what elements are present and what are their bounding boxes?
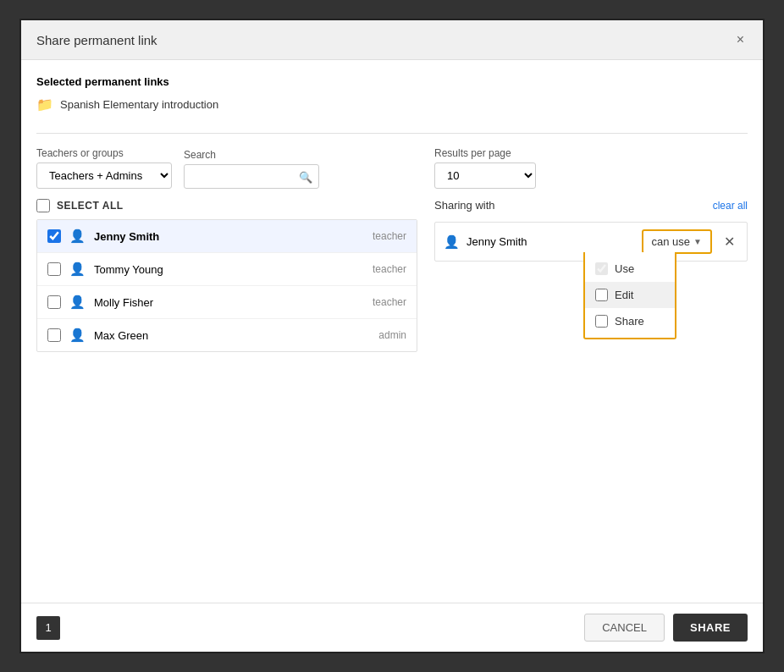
- can-use-label: can use: [652, 235, 691, 248]
- content-area: Teachers or groups Teachers + Admins Tea…: [36, 147, 748, 587]
- user-icon: 👤: [69, 295, 86, 310]
- share-button[interactable]: SHARE: [673, 614, 748, 642]
- sharing-row: 👤 Jenny Smith can use ▼ Use: [434, 222, 748, 262]
- list-item[interactable]: Edit: [585, 282, 675, 308]
- modal-dialog: Share permanent link × Selected permanen…: [19, 19, 765, 653]
- user-role: admin: [378, 329, 406, 341]
- sharing-with-label: Sharing with: [434, 199, 495, 212]
- user-name: Molly Fisher: [94, 296, 364, 309]
- list-item[interactable]: Share: [585, 308, 675, 334]
- table-row: 👤 Jenny Smith teacher: [37, 220, 417, 253]
- footer-buttons: CANCEL SHARE: [584, 614, 748, 642]
- share-checkbox[interactable]: [595, 315, 608, 328]
- user-checkbox-molly[interactable]: [47, 295, 61, 309]
- search-wrapper: 🔍: [184, 164, 319, 189]
- user-role: teacher: [373, 230, 406, 242]
- teachers-select[interactable]: Teachers + Admins Teachers Admins Groups: [36, 162, 172, 189]
- select-all-row: SELECT ALL: [36, 199, 417, 212]
- right-panel: Results per page 10 25 50 100 Sharing wi…: [434, 147, 748, 587]
- filters-row: Teachers or groups Teachers + Admins Tea…: [36, 147, 417, 189]
- permissions-dropdown-menu: Use Edit Share: [583, 252, 676, 339]
- user-list: 👤 Jenny Smith teacher 👤 Tommy Young teac…: [36, 219, 417, 352]
- table-row: 👤 Molly Fisher teacher: [37, 286, 417, 319]
- sharing-header: Sharing with clear all: [434, 199, 748, 212]
- selected-link-item: 📁 Spanish Elementary introduction: [36, 96, 748, 113]
- list-item[interactable]: Use: [585, 256, 675, 282]
- right-top-row: Results per page 10 25 50 100: [434, 147, 748, 189]
- user-checkbox-max[interactable]: [47, 328, 61, 342]
- teachers-label: Teachers or groups: [36, 147, 172, 159]
- sharing-user-name: Jenny Smith: [467, 235, 642, 248]
- divider: [36, 133, 748, 134]
- user-checkbox-tommy[interactable]: [47, 262, 61, 276]
- select-all-label: SELECT ALL: [57, 200, 124, 212]
- results-select[interactable]: 10 25 50 100: [434, 162, 536, 189]
- edit-checkbox[interactable]: [595, 289, 608, 301]
- app-background: Share permanent link × Selected permanen…: [0, 0, 784, 672]
- modal-title: Share permanent link: [36, 33, 157, 47]
- use-label: Use: [615, 262, 634, 275]
- teachers-filter-group: Teachers or groups Teachers + Admins Tea…: [36, 147, 172, 189]
- selected-link-name: Spanish Elementary introduction: [60, 98, 218, 111]
- share-label: Share: [615, 315, 644, 328]
- left-panel: Teachers or groups Teachers + Admins Tea…: [36, 147, 417, 587]
- results-filter-group: Results per page 10 25 50 100: [434, 147, 748, 189]
- page-indicator: 1: [36, 616, 60, 640]
- user-icon: 👤: [69, 328, 86, 343]
- clear-all-link[interactable]: clear all: [713, 200, 748, 212]
- user-icon: 👤: [69, 262, 86, 277]
- modal-body: Selected permanent links 📁 Spanish Eleme…: [21, 60, 763, 603]
- select-all-checkbox[interactable]: [36, 199, 50, 212]
- selected-links-label: Selected permanent links: [36, 75, 748, 88]
- user-checkbox-jenny[interactable]: [47, 229, 61, 243]
- table-row: 👤 Max Green admin: [37, 319, 417, 351]
- user-role: teacher: [373, 263, 406, 275]
- sharing-user-icon: 👤: [444, 234, 460, 250]
- use-checkbox: [595, 262, 608, 275]
- user-name: Jenny Smith: [94, 230, 364, 243]
- search-icon: 🔍: [299, 170, 312, 183]
- sharing-remove-button[interactable]: ✕: [721, 234, 738, 250]
- can-use-dropdown[interactable]: can use ▼ Use Edit: [642, 229, 712, 254]
- edit-label: Edit: [615, 289, 633, 301]
- user-name: Max Green: [94, 329, 370, 342]
- search-label: Search: [184, 149, 319, 161]
- dropdown-arrow-icon: ▼: [693, 237, 702, 246]
- modal-header: Share permanent link ×: [21, 20, 763, 60]
- modal-close-button[interactable]: ×: [733, 32, 748, 47]
- modal-footer: 1 CANCEL SHARE: [21, 603, 763, 652]
- results-label: Results per page: [434, 147, 748, 159]
- folder-icon: 📁: [36, 96, 53, 113]
- user-name: Tommy Young: [94, 263, 364, 276]
- cancel-button[interactable]: CANCEL: [584, 614, 665, 642]
- user-icon: 👤: [69, 229, 86, 244]
- table-row: 👤 Tommy Young teacher: [37, 253, 417, 286]
- user-role: teacher: [373, 296, 406, 308]
- search-filter-group: Search 🔍: [184, 149, 319, 189]
